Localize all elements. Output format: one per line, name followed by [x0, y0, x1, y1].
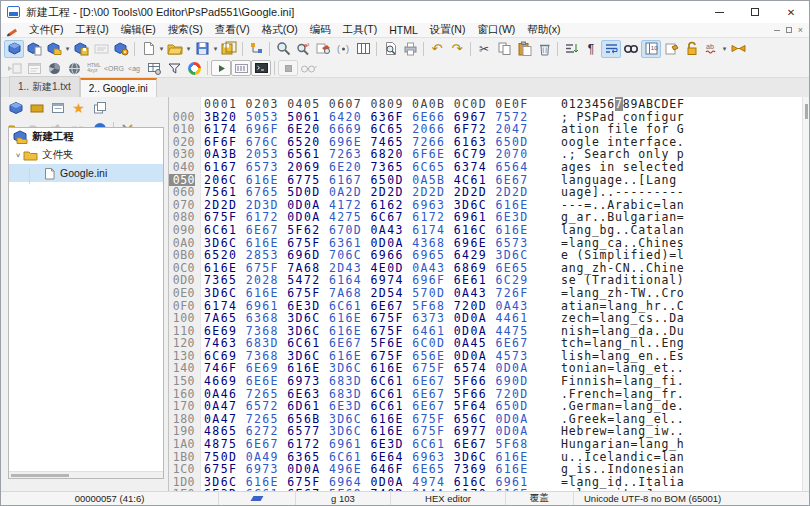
menu-help[interactable]: 帮助(x) [521, 23, 566, 37]
record-box-icon[interactable] [278, 60, 298, 76]
menu-format[interactable]: 格式(O) [256, 23, 304, 37]
new-file-icon[interactable] [138, 40, 158, 58]
spell-check-dropdown-icon[interactable]: ▾ [721, 45, 728, 53]
tag-ag-icon[interactable]: <ag [124, 60, 144, 76]
menu-file[interactable]: 文件(F) [23, 23, 69, 37]
menu-encoding[interactable]: 编码 [304, 23, 337, 37]
chevron-down-icon[interactable]: ˅ [13, 151, 23, 160]
copy-icon[interactable] [494, 40, 514, 58]
show-formatting-icon[interactable]: ¶ [581, 40, 601, 58]
project-settings-icon[interactable] [111, 40, 131, 58]
code-tree-icon[interactable] [246, 40, 266, 58]
project-tree: 新建工程 ˅ 文件夹 Google.ini [8, 127, 164, 479]
line-numbers-icon[interactable]: 10 [641, 40, 661, 58]
word-wrap-icon[interactable] [601, 40, 621, 58]
save-all-icon[interactable] [219, 40, 239, 58]
window-title: 新建工程 - [D:\00 Tools\00 Editor\PsPad551\G… [26, 5, 701, 20]
html-version-icon[interactable]: HTML4xyz [84, 60, 104, 76]
code-explorer-icon[interactable] [621, 40, 641, 58]
favorites-star-icon[interactable]: ★ [68, 99, 89, 117]
redo-icon[interactable]: ↷ [447, 40, 467, 58]
project-new-icon[interactable] [4, 40, 24, 58]
search-icon[interactable] [273, 40, 293, 58]
menu-view[interactable]: 查看(V) [209, 23, 256, 37]
tab-new1-txt[interactable]: 1.. 新建1.txt [9, 76, 80, 97]
project-open-icon[interactable] [44, 40, 64, 58]
mdi-close-icon[interactable]: × [798, 25, 803, 35]
project-log-icon[interactable] [91, 40, 111, 58]
mdi-restore-icon[interactable] [786, 27, 792, 33]
menu-edit[interactable]: 编辑(E) [115, 23, 162, 37]
new-file-dropdown-icon[interactable]: ▾ [158, 45, 165, 53]
tree-root-project[interactable]: 新建工程 [9, 128, 163, 146]
menu-settings[interactable]: 设置(N) [424, 23, 472, 37]
table-settings-icon[interactable] [144, 60, 164, 76]
save-file-dropdown-icon[interactable]: ▾ [212, 45, 219, 53]
close-button[interactable]: ✕ [773, 1, 809, 23]
status-column: g 103 [296, 492, 391, 505]
maximize-button[interactable] [737, 1, 773, 23]
undo-icon[interactable]: ↶ [427, 40, 447, 58]
tree-horizontal-scrollbar[interactable] [9, 471, 163, 478]
hex-vertical-scrollbar[interactable] [802, 97, 809, 491]
content-area: ★ + × i 新建工程 ˅ 文件夹 [1, 97, 809, 491]
search-replace-icon[interactable]: a² [293, 40, 313, 58]
hex-rows: 0003B20 5053 5061 6420 636F 6E66 6967 75… [169, 111, 801, 491]
numbers-box-icon[interactable] [231, 60, 251, 76]
unlock-icon[interactable] [681, 40, 701, 58]
tag-org-icon[interactable]: <ORG [104, 60, 124, 76]
project-sidebar: ★ + × i 新建工程 ˅ 文件夹 [1, 97, 169, 491]
svg-text:(: ( [337, 44, 340, 54]
brick-folder-icon[interactable] [26, 99, 47, 117]
menu-search[interactable]: 搜索(S) [162, 23, 209, 37]
cp-window-icon[interactable] [47, 99, 68, 117]
tag-pair-icon[interactable] [661, 40, 681, 58]
paste-icon[interactable] [514, 40, 534, 58]
indent-block-icon[interactable] [4, 60, 24, 76]
save-file-icon[interactable] [192, 40, 212, 58]
spell-check-icon[interactable]: ab [701, 40, 721, 58]
pie-globe-icon[interactable] [44, 60, 64, 76]
google-logo-icon[interactable] [184, 60, 204, 76]
reading-glasses-icon[interactable] [298, 60, 318, 76]
script-window-icon[interactable] [24, 60, 44, 76]
columns-icon[interactable] [353, 40, 373, 58]
project-save-icon[interactable] [71, 40, 91, 58]
menu-project[interactable]: 工程(J) [69, 23, 114, 37]
mdi-minimize-icon[interactable] [774, 30, 780, 31]
modified-pen-icon [251, 496, 264, 501]
console-icon[interactable] [251, 60, 271, 76]
project-root-icon [13, 130, 28, 144]
tab-google-ini[interactable]: 2.. Google.ini [80, 78, 157, 97]
globe-abc-icon[interactable] [64, 60, 84, 76]
minimize-button[interactable] [701, 1, 737, 23]
search-in-files-icon[interactable] [313, 40, 333, 58]
print-icon[interactable] [400, 40, 420, 58]
tree-folder[interactable]: ˅ 文件夹 [9, 146, 163, 164]
print-preview-icon[interactable] [380, 40, 400, 58]
tree-guide-line [29, 168, 30, 184]
tree-file-google-ini[interactable]: Google.ini [9, 164, 163, 182]
scrollbar-thumb[interactable] [805, 104, 808, 119]
open-file-icon[interactable] [165, 40, 185, 58]
copy-windows-icon[interactable] [89, 99, 110, 117]
run-script-icon[interactable] [211, 60, 231, 76]
goto-line-icon[interactable]: () [333, 40, 353, 58]
app-icon[interactable] [7, 6, 20, 18]
sort-lines-icon[interactable] [561, 40, 581, 58]
menu-window[interactable]: 窗口(W) [471, 23, 521, 37]
hex-ascii: ation file for G [561, 123, 685, 136]
stay-on-top-icon[interactable] [728, 40, 748, 58]
cut-icon[interactable]: ✂ [474, 40, 494, 58]
delete-icon[interactable] [534, 40, 554, 58]
hex-editor[interactable]: 0001 0203 0405 0607 0809 0A0B 0C0D 0E0F … [169, 97, 809, 491]
project-cube-icon[interactable] [5, 99, 26, 117]
hex-offset: 010 [169, 123, 195, 136]
menu-tools[interactable]: 工具(T) [337, 23, 383, 37]
open-file-dropdown-icon[interactable]: ▾ [185, 45, 192, 53]
menu-html[interactable]: HTML [383, 24, 424, 36]
filter-funnel-icon[interactable] [164, 60, 184, 76]
project-open-dropdown-icon[interactable]: ▾ [64, 45, 71, 53]
hex-offset: 120 [169, 337, 195, 350]
project-page-icon[interactable] [24, 40, 44, 58]
